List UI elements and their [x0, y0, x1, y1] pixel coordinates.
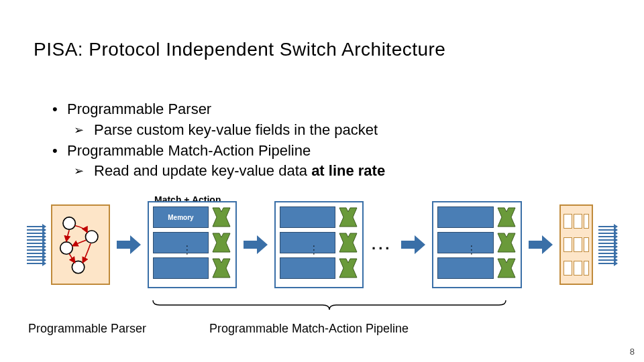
arrow-out-icon [598, 263, 617, 264]
slide-title: PISA: Protocol Independent Switch Archit… [34, 39, 445, 60]
memory-block [153, 232, 209, 253]
svg-point-1 [85, 231, 97, 243]
bullet-1a: Parse custom key-value fields in the pac… [47, 120, 385, 141]
arrow-in-icon [27, 263, 46, 264]
bullet-2: Programmable Match-Action Pipeline [47, 141, 385, 162]
brace-icon [152, 299, 507, 311]
vertical-dots-icon: ... [469, 245, 480, 257]
pipeline-label: Programmable Match-Action Pipeline [176, 322, 617, 336]
bullet-2a-bold: at line rate [311, 162, 385, 179]
svg-point-2 [60, 242, 72, 254]
parser-box [51, 204, 110, 285]
flow-arrow-icon [400, 231, 427, 258]
alu-block [211, 206, 231, 228]
bullet-2a-text: Read and update key-value data [94, 162, 311, 179]
memory-block: Memory [153, 206, 209, 228]
stage-2: ... [274, 201, 364, 288]
parser-label: Programmable Parser [28, 322, 176, 336]
alu-block [211, 232, 231, 253]
bottom-labels: Programmable Parser Programmable Match-A… [28, 322, 617, 336]
svg-point-0 [63, 217, 75, 229]
output-arrows [598, 226, 617, 264]
pisa-diagram: Memory ... ALU ... ... ... [27, 201, 617, 288]
alu-block [211, 257, 231, 279]
vertical-dots-icon: ... [311, 245, 322, 257]
flow-arrow-icon [242, 231, 269, 258]
deparser-box [559, 204, 593, 285]
input-arrows [27, 226, 46, 264]
stage-row: Memory [153, 206, 231, 228]
vertical-dots-icon: ... [184, 245, 195, 257]
stage-1: Memory ... [148, 201, 237, 288]
ellipsis-icon: ... [369, 236, 394, 253]
stage-row [153, 257, 231, 279]
bullet-1: Programmable Parser [47, 99, 385, 120]
bullet-2a: Read and update key-value data at line r… [47, 161, 385, 182]
page-number: 8 [630, 347, 635, 357]
flow-arrow-icon [115, 231, 142, 258]
flow-arrow-icon [527, 231, 554, 258]
memory-block [153, 257, 209, 279]
svg-point-3 [72, 261, 84, 273]
stage-n: ... [432, 201, 521, 288]
bullet-list: Programmable Parser Parse custom key-val… [47, 99, 385, 182]
parser-graph-icon [52, 206, 109, 284]
